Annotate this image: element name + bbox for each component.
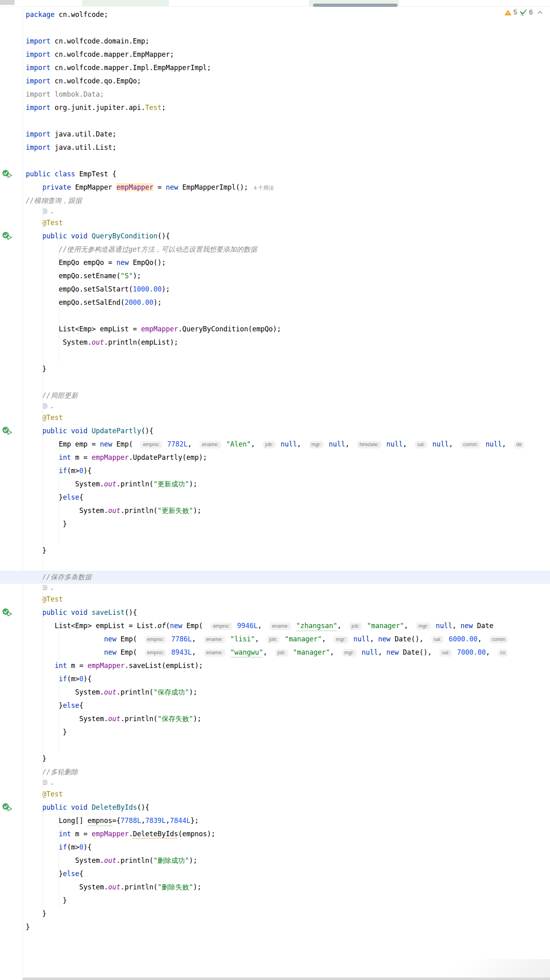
code-token: new xyxy=(104,635,116,643)
code-line[interactable]: import cn.wolfcode.domain.Emp; xyxy=(0,35,550,48)
code-line[interactable]: import cn.wolfcode.mapper.EmpMapper; xyxy=(0,48,550,61)
code-line[interactable]: Long[] empnos={7788L,7839L,7844L}; xyxy=(0,814,550,827)
run-test-icon[interactable] xyxy=(2,608,13,617)
inlay-row[interactable]: ⌄ xyxy=(0,402,550,411)
code-token: System. xyxy=(26,883,108,891)
code-line[interactable]: //模糊查询，跟据 xyxy=(0,194,550,207)
ai-inlay-widget[interactable]: ⌄ xyxy=(42,779,54,788)
code-line[interactable] xyxy=(0,531,550,544)
code-line[interactable]: public void UpdatePartly(){ xyxy=(0,424,550,438)
code-line[interactable]: } xyxy=(0,752,550,765)
top-scrollbar-thumb[interactable] xyxy=(313,4,398,7)
code-line[interactable] xyxy=(0,349,550,362)
code-line[interactable]: int m = empMapper.DeleteByIds(empnos); xyxy=(0,827,550,841)
inlay-row[interactable]: ⌄ xyxy=(0,779,550,788)
inlay-row[interactable]: ⌄ xyxy=(0,207,550,216)
code-line[interactable]: empQo.setSalStart(1000.00); xyxy=(0,283,550,296)
code-line[interactable]: System.out.println("更新成功"); xyxy=(0,478,550,491)
param-hint-pill: empno: xyxy=(145,636,167,643)
code-token: List<Emp> empList = List. xyxy=(26,622,158,630)
code-token: , xyxy=(263,648,271,656)
code-line[interactable]: if(m>0){ xyxy=(0,841,550,854)
code-line[interactable] xyxy=(0,154,550,167)
code-token: 7844L xyxy=(170,817,190,825)
code-line[interactable]: } xyxy=(0,362,550,376)
code-line[interactable]: EmpQo empQo = new EmpQo(); xyxy=(0,256,550,269)
code-line[interactable]: int m = empMapper.UpdatePartly(emp); xyxy=(0,451,550,464)
code-token: null xyxy=(436,622,452,630)
code-line[interactable]: }else{ xyxy=(0,867,550,881)
code-token: java.util.Date; xyxy=(50,130,116,138)
code-token xyxy=(26,414,42,422)
code-line[interactable]: System.out.println(empList); xyxy=(0,336,550,349)
code-line[interactable]: import java.util.List; xyxy=(0,141,550,154)
code-token: empnos xyxy=(88,817,112,825)
code-line[interactable]: } xyxy=(0,920,550,934)
code-line[interactable]: @Test xyxy=(0,593,550,606)
code-line[interactable]: System.out.println("保存成功"); xyxy=(0,686,550,699)
inlay-row[interactable]: ⌄ xyxy=(0,584,550,593)
ai-inlay-widget[interactable]: ⌄ xyxy=(42,402,54,411)
code-line[interactable] xyxy=(0,376,550,389)
code-line[interactable]: import cn.wolfcode.qo.EmpQo; xyxy=(0,74,550,88)
code-line[interactable]: int m = empMapper.saveList(empList); xyxy=(0,659,550,672)
code-line[interactable]: //多轮删除 xyxy=(0,765,550,779)
code-line[interactable]: empQo.setSalEnd(2000.00); xyxy=(0,296,550,309)
code-line[interactable]: } xyxy=(0,544,550,557)
code-line[interactable] xyxy=(0,21,550,35)
code-line[interactable]: if(m>0){ xyxy=(0,464,550,478)
code-line[interactable] xyxy=(0,557,550,571)
code-line[interactable]: @Test xyxy=(0,216,550,229)
code-line[interactable]: //保存多条数据 xyxy=(0,571,550,584)
code-line[interactable]: empQo.setEname("S"); xyxy=(0,269,550,283)
code-line[interactable]: import org.junit.jupiter.api.Test; xyxy=(0,101,550,114)
code-line[interactable]: System.out.println("删除成功"); xyxy=(0,854,550,867)
code-token: , xyxy=(486,648,494,656)
code-token: System. xyxy=(26,715,108,723)
code-line[interactable]: public class EmpTest { xyxy=(0,167,550,181)
code-text: System.out.println("保存成功"); xyxy=(0,686,550,699)
code-line[interactable]: } xyxy=(0,907,550,920)
code-line[interactable]: } xyxy=(0,894,550,907)
ai-inlay-widget[interactable]: ⌄ xyxy=(42,584,54,593)
code-line[interactable]: } xyxy=(0,517,550,531)
code-line[interactable] xyxy=(0,114,550,128)
code-token: "zhangsan" xyxy=(296,622,337,630)
code-line[interactable]: }else{ xyxy=(0,699,550,712)
code-line[interactable]: }else{ xyxy=(0,491,550,504)
code-line[interactable]: public void saveList(){ xyxy=(0,606,550,619)
code-line[interactable]: import java.util.Date; xyxy=(0,128,550,141)
code-token: int xyxy=(55,662,67,670)
code-line[interactable]: private EmpMapper empMapper = new EmpMap… xyxy=(0,181,550,194)
code-line[interactable]: new Emp( empno: 8943L, ename: "wangwu", … xyxy=(0,646,550,659)
run-test-icon[interactable] xyxy=(2,232,13,240)
run-test-icon[interactable] xyxy=(2,170,13,178)
code-line[interactable]: new Emp( empno: 7786L, ename: "lisi", jo… xyxy=(0,633,550,646)
code-line[interactable]: //使用无参构造器通过get方法，可以动态设置我想要添加的数据 xyxy=(0,243,550,256)
code-line[interactable]: @Test xyxy=(0,411,550,424)
code-line[interactable]: import lombok.Data; xyxy=(0,88,550,101)
code-line[interactable]: System.out.println("删除失败"); xyxy=(0,881,550,894)
code-line[interactable]: System.out.println("保存失败"); xyxy=(0,712,550,726)
code-line[interactable] xyxy=(0,309,550,323)
code-line[interactable]: } xyxy=(0,726,550,739)
code-line[interactable]: Emp emp = new Emp( empno: 7782L, ename: … xyxy=(0,438,550,451)
horizontal-scrollbar[interactable] xyxy=(23,978,550,980)
run-test-icon[interactable] xyxy=(2,426,13,435)
code-line[interactable]: import cn.wolfcode.mapper.Impl.EmpMapper… xyxy=(0,61,550,74)
code-line[interactable]: public void DeleteByIds(){ xyxy=(0,801,550,814)
code-line[interactable]: package cn.wolfcode; xyxy=(0,8,550,21)
code-line[interactable]: public void QueryByCondition(){ xyxy=(0,229,550,243)
code-line[interactable] xyxy=(0,739,550,752)
code-line[interactable]: //局部更新 xyxy=(0,389,550,402)
run-test-icon[interactable] xyxy=(2,803,13,812)
code-token: null xyxy=(280,440,297,448)
code-line[interactable]: if(m>0){ xyxy=(0,672,550,686)
code-line[interactable]: @Test xyxy=(0,788,550,801)
code-line[interactable]: List<Emp> empList = List.of(new Emp( emp… xyxy=(0,619,550,633)
code-token: @Test xyxy=(42,790,63,798)
ai-inlay-widget[interactable]: ⌄ xyxy=(42,207,54,216)
code-line[interactable]: System.out.println("更新失败"); xyxy=(0,504,550,517)
code-line[interactable]: List<Emp> empList = empMapper.QueryByCon… xyxy=(0,323,550,336)
code-token: import xyxy=(26,37,50,45)
